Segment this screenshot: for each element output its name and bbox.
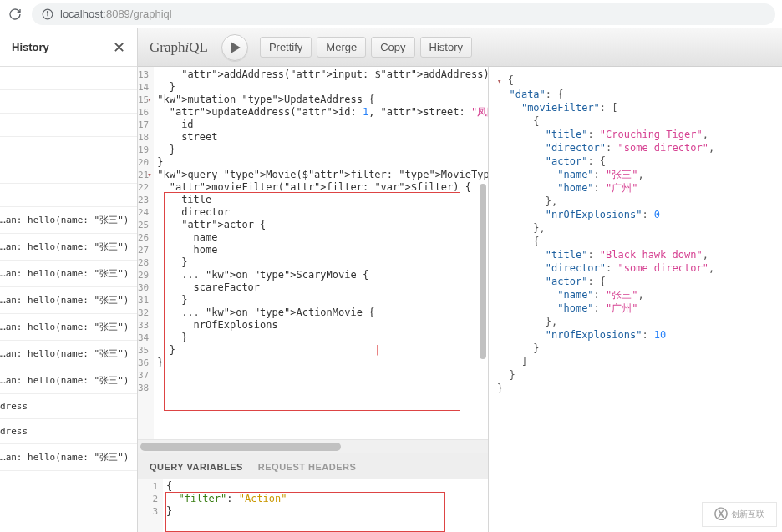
history-item[interactable]: an: hello(name: "张三")… (0, 287, 137, 314)
history-title: History (12, 41, 49, 53)
variables-editor[interactable]: 123 { "filter": "Action"} (138, 479, 488, 532)
browser-toolbar: localhost:8089/graphiql (0, 0, 782, 28)
query-pane: 1314151617181920212223242526272829303132… (138, 67, 489, 532)
query-editor[interactable]: 1314151617181920212223242526272829303132… (138, 67, 488, 439)
merge-button[interactable]: Merge (317, 37, 366, 58)
history-item[interactable] (0, 137, 137, 160)
graphiql-panel: GraphiQL Prettify Merge Copy History 131… (138, 28, 782, 532)
reload-icon[interactable] (7, 6, 23, 23)
variables-code[interactable]: { "filter": "Action"} (163, 479, 488, 532)
svg-point-2 (47, 11, 48, 12)
history-item[interactable] (0, 184, 137, 207)
history-item[interactable]: an: hello(name: "张三")… (0, 234, 137, 261)
history-list: an: hello(name: "张三")…an: hello(name: "张… (0, 67, 137, 532)
tab-request-headers[interactable]: Request Headers (258, 462, 357, 472)
history-item[interactable] (0, 67, 137, 90)
result-panel: ▾ { "data": { "movieFilter": [ { "title"… (489, 67, 782, 532)
info-icon (42, 8, 53, 20)
close-icon[interactable]: ✕ (113, 38, 125, 57)
history-item[interactable]: an: hello(name: "张三")… (0, 367, 137, 394)
prettify-button[interactable]: Prettify (260, 37, 312, 58)
horizontal-scrollbar[interactable] (138, 439, 488, 453)
history-item[interactable]: dress (0, 394, 137, 419)
tab-query-variables[interactable]: Query Variables (150, 462, 243, 472)
watermark-logo: Ⓧ创新互联 (702, 502, 777, 527)
history-item[interactable]: an: hello(name: "张三")… (0, 207, 137, 234)
history-header: History ✕ (0, 28, 137, 67)
variables-header[interactable]: Query Variables Request Headers (138, 453, 488, 479)
toolbar: GraphiQL Prettify Merge Copy History (138, 28, 782, 67)
line-gutter: 123 (138, 479, 163, 532)
history-item[interactable]: dress (0, 419, 137, 444)
copy-button[interactable]: Copy (371, 37, 414, 58)
history-button[interactable]: History (420, 37, 472, 58)
history-item[interactable]: an: hello(name: "张三")… (0, 341, 137, 367)
history-panel: History ✕ an: hello(name: "张三")…an: hell… (0, 28, 138, 532)
history-item[interactable] (0, 160, 137, 184)
graphiql-logo: GraphiQL (150, 39, 208, 56)
line-gutter: 1314151617181920212223242526272829303132… (138, 67, 154, 439)
history-item[interactable]: an: hello(name: "张三")… (0, 444, 137, 471)
history-item[interactable] (0, 114, 137, 137)
execute-button[interactable] (221, 34, 248, 61)
vertical-scrollbar[interactable] (476, 67, 488, 439)
variables-section: Query Variables Request Headers 123 { "f… (138, 453, 488, 532)
query-code[interactable]: "attr">addAddress("attr">input: $"attr">… (154, 67, 488, 439)
url-text: localhost:8089/graphiql (60, 8, 172, 20)
history-item[interactable]: an: hello(name: "张三")… (0, 261, 137, 287)
history-item[interactable]: an: hello(name: "张三")… (0, 314, 137, 341)
url-bar[interactable]: localhost:8089/graphiql (32, 3, 775, 25)
history-item[interactable] (0, 90, 137, 114)
